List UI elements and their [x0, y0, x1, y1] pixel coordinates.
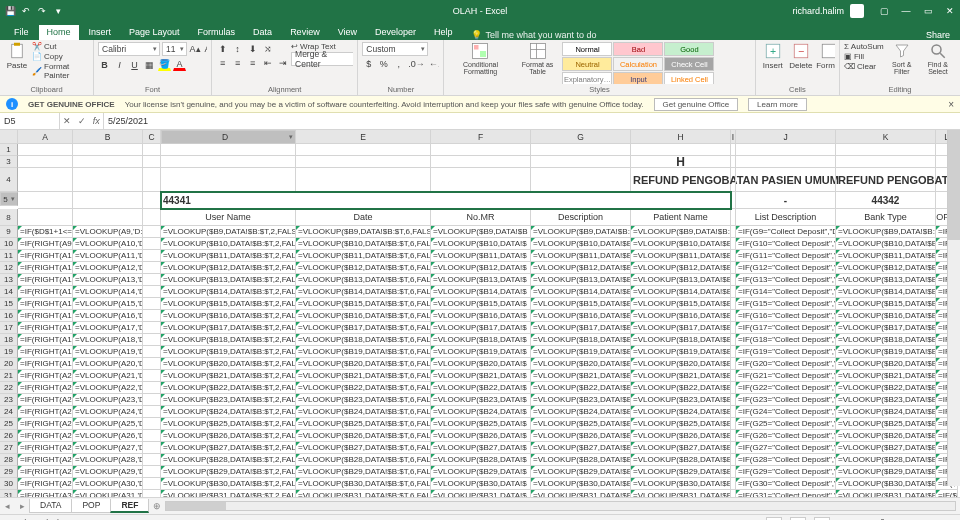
- number-format-select[interactable]: Custom: [362, 42, 428, 56]
- cell[interactable]: =IF($D$1+1<=$F$1,$: [18, 226, 73, 238]
- tab-view[interactable]: View: [330, 25, 365, 40]
- cell[interactable]: =VLOOKUP($B26,DATA!$: [431, 430, 531, 442]
- cell[interactable]: [296, 156, 431, 168]
- cell[interactable]: =IF(RIGHT(A19,1)+1: [18, 358, 73, 370]
- row-header[interactable]: 25: [0, 418, 18, 430]
- cell[interactable]: =VLOOKUP($B19,DATA!$B:$T,1: [836, 346, 936, 358]
- row-header[interactable]: 26: [0, 430, 18, 442]
- cell[interactable]: =VLOOKUP($B17,DATA!$: [431, 322, 531, 334]
- maximize-icon[interactable]: ▭: [922, 5, 934, 17]
- cell[interactable]: =VLOOKUP($B30,DATA!$B:$T,4,F: [531, 478, 631, 490]
- cell[interactable]: =VLOOKUP($B31,DATA!$B:$T,5,FALSE): [631, 490, 731, 497]
- cell[interactable]: [73, 192, 143, 209]
- cell[interactable]: =VLOOKUP($B21,DATA!$: [431, 370, 531, 382]
- cell[interactable]: [18, 144, 73, 156]
- style-swatch-linkedcell[interactable]: Linked Cell: [664, 72, 714, 84]
- format-painter-button[interactable]: 🖌️Format Painter: [32, 62, 89, 80]
- style-swatch-calculation[interactable]: Calculation: [613, 57, 663, 71]
- redo-icon[interactable]: ↷: [36, 5, 48, 17]
- cell[interactable]: =VLOOKUP(A16,'D:\: [73, 310, 143, 322]
- cell[interactable]: =VLOOKUP($B18,DATA!$B:$T,1: [836, 334, 936, 346]
- cell[interactable]: =VLOOKUP($B27,DATA!$: [431, 442, 531, 454]
- cell[interactable]: =VLOOKUP($B12,DATA!$B:$T,1: [836, 262, 936, 274]
- cell[interactable]: =VLOOKUP(A19,'D:\: [73, 346, 143, 358]
- cell[interactable]: =VLOOKUP($B12,DATA!$B:$T,6,FALSE): [296, 262, 431, 274]
- cell[interactable]: [431, 144, 531, 156]
- cell[interactable]: =VLOOKUP($B10,DATA!$B:$T,6,FALSE): [296, 238, 431, 250]
- cell[interactable]: =IF(G24="Collect Deposit","DEPO: [736, 406, 836, 418]
- row-header[interactable]: 24: [0, 406, 18, 418]
- cell[interactable]: =VLOOKUP($B23,DATA!$B:$T,6,FALSE): [296, 394, 431, 406]
- cell[interactable]: REFUND PENGOBATAN P: [836, 168, 936, 192]
- sheet-tab-ref[interactable]: REF: [110, 499, 149, 513]
- cell[interactable]: =VLOOKUP($B27,DATA!$B:$T,6,FALSE): [296, 442, 431, 454]
- name-box[interactable]: D5: [0, 113, 60, 129]
- cell[interactable]: =VLOOKUP($B15,DATA!$B:$T,4,F: [531, 298, 631, 310]
- cell[interactable]: [296, 144, 431, 156]
- style-gallery[interactable]: NormalBadGoodNeutralCalculationCheck Cel…: [562, 42, 750, 84]
- cell[interactable]: [18, 168, 73, 192]
- cell[interactable]: =VLOOKUP($B16,DATA!$: [431, 310, 531, 322]
- cell[interactable]: =IF(RIGHT(A29,2)+1: [18, 478, 73, 490]
- cell[interactable]: =IF(RIGHT(A11,1)+1: [18, 262, 73, 274]
- vertical-scrollbar[interactable]: [947, 130, 960, 486]
- cell[interactable]: =IF(RIGHT(A27,2)+1: [18, 454, 73, 466]
- tab-file[interactable]: File: [6, 25, 37, 40]
- cell[interactable]: [143, 454, 161, 466]
- cell[interactable]: =VLOOKUP($B23,DATA!$: [431, 394, 531, 406]
- cell[interactable]: [143, 156, 161, 168]
- cell[interactable]: =IF(RIGHT(A26,2)+1: [18, 442, 73, 454]
- cell[interactable]: =VLOOKUP($B25,DATA!$B:$T,2,FALSE): [161, 418, 296, 430]
- cell[interactable]: =IF(G15="Collect Deposit","DEPO: [736, 298, 836, 310]
- style-swatch-input[interactable]: Input: [613, 72, 663, 84]
- align-center-icon[interactable]: ≡: [231, 56, 244, 69]
- cell[interactable]: =VLOOKUP($B28,DATA!$B:$T,1: [836, 454, 936, 466]
- cell-D5-merged[interactable]: 44341: [161, 192, 731, 209]
- cell[interactable]: =VLOOKUP($B15,DATA!$B:$T,2,FALSE): [161, 298, 296, 310]
- cell[interactable]: =IF(G11="Collect Deposit","DEPO: [736, 250, 836, 262]
- row-header[interactable]: 21: [0, 370, 18, 382]
- cell[interactable]: =VLOOKUP($B10,DATA!$B:$T,5,FALSE): [631, 238, 731, 250]
- ribbon-display-icon[interactable]: ▢: [878, 5, 890, 17]
- cell[interactable]: =VLOOKUP($B28,DATA!$B:$T,4,F: [531, 454, 631, 466]
- row-header[interactable]: 9: [0, 226, 18, 238]
- cell[interactable]: =VLOOKUP($B12,DATA!$B:$T,5,FALSE): [631, 262, 731, 274]
- cell[interactable]: =VLOOKUP($B21,DATA!$B:$T,5,FALSE): [631, 370, 731, 382]
- cell[interactable]: =VLOOKUP(A12,'D:\: [73, 262, 143, 274]
- cell[interactable]: =VLOOKUP(A9,'D:\: [73, 226, 143, 238]
- cell[interactable]: =VLOOKUP($B30,DATA!$B:$T,1: [836, 478, 936, 490]
- cell[interactable]: =VLOOKUP($B27,DATA!$B:$T,2,FALSE): [161, 442, 296, 454]
- cell[interactable]: [143, 442, 161, 454]
- account-area[interactable]: richard.halim ▢ — ▭ ✕: [792, 4, 956, 18]
- cell[interactable]: =IF(G20="Collect Deposit","DEPO: [736, 358, 836, 370]
- fill-button[interactable]: ▣Fill: [844, 52, 884, 61]
- cell[interactable]: =VLOOKUP(A30,'D:\: [73, 478, 143, 490]
- fx-icon[interactable]: fx: [93, 116, 100, 126]
- learn-more-button[interactable]: Learn more: [748, 98, 807, 111]
- cell[interactable]: [143, 209, 161, 226]
- cell[interactable]: =VLOOKUP($B31,DATA!$B:$T,6,FALSE): [296, 490, 431, 497]
- cell[interactable]: =VLOOKUP($B14,DATA!$B:$T,6,FALSE): [296, 286, 431, 298]
- cell[interactable]: =VLOOKUP($B28,DATA!$: [431, 454, 531, 466]
- cell[interactable]: =IF(G17="Collect Deposit","DEPO: [736, 322, 836, 334]
- cancel-formula-icon[interactable]: ✕: [63, 116, 71, 126]
- cell[interactable]: =VLOOKUP($B22,DATA!$: [431, 382, 531, 394]
- cell[interactable]: [736, 144, 836, 156]
- cell[interactable]: =IF(G10="Collect Deposit","DEPO: [736, 238, 836, 250]
- grid-body[interactable]: 13H4REFUND PENGOBATAN PASIEN UMUMREFUND …: [0, 144, 960, 497]
- cell[interactable]: [161, 156, 296, 168]
- cell[interactable]: [143, 168, 161, 192]
- cell[interactable]: =VLOOKUP($B19,DATA!$: [431, 346, 531, 358]
- cell[interactable]: User Name: [161, 209, 296, 226]
- cell[interactable]: -: [736, 192, 836, 209]
- cell[interactable]: =VLOOKUP(A28,'D:\: [73, 454, 143, 466]
- sort-filter-button[interactable]: Sort & Filter: [886, 42, 918, 75]
- cell[interactable]: =VLOOKUP($B9,DATA!$B:$T,17,: [836, 226, 936, 238]
- cell[interactable]: =IF(G18="Collect Deposit","DEPO: [736, 334, 836, 346]
- cell[interactable]: =VLOOKUP($B12,DATA!$: [431, 262, 531, 274]
- cell[interactable]: =IF(G22="Collect Deposit","DEPO: [736, 382, 836, 394]
- cell[interactable]: =VLOOKUP($B16,DATA!$B:$T,6,FALSE): [296, 310, 431, 322]
- cell[interactable]: =IF(G23="Collect Deposit","DEPO: [736, 394, 836, 406]
- cell[interactable]: =VLOOKUP($B23,DATA!$B:$T,4,F: [531, 394, 631, 406]
- row-header[interactable]: 1: [0, 144, 18, 156]
